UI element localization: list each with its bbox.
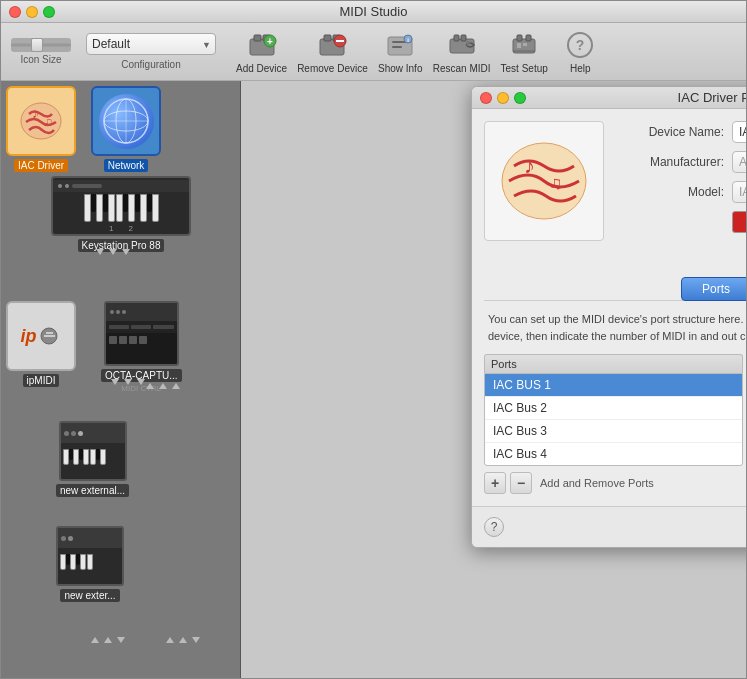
panel-close-button[interactable] — [480, 92, 492, 104]
device-name-row: Device Name: — [614, 121, 746, 143]
device-ipmidi[interactable]: ip ipMIDI — [6, 301, 76, 387]
rescan-midi-label: Rescan MIDI — [433, 63, 491, 74]
svg-rect-24 — [523, 43, 527, 46]
help-icon: ? — [564, 29, 596, 61]
svg-text:+: + — [267, 36, 273, 47]
port-item-4[interactable]: IAC Bus 4 — [485, 443, 742, 465]
add-device-icon: + — [246, 29, 278, 61]
svg-rect-12 — [392, 46, 402, 48]
panel-min-button[interactable] — [497, 92, 509, 104]
keystation-arrows — [96, 249, 130, 255]
info-section: ♪ ♫ Device Name: — [484, 121, 746, 241]
manufacturer-row: Manufacturer: Apple Inc. ▼ — [614, 151, 746, 173]
octa-arrows-up — [146, 383, 180, 389]
iac-driver-icon: ♪ ♫ — [6, 86, 76, 156]
svg-rect-21 — [526, 35, 531, 41]
icon-size-section: Icon Size — [11, 38, 71, 65]
svg-point-18 — [466, 41, 470, 45]
ports-list: IAC BUS 1 IAC Bus 2 IAC Bus 3 IAC Bus 4 — [484, 373, 743, 466]
device-name-input[interactable] — [732, 121, 746, 143]
ports-connectors-area: Ports IAC BUS 1 IAC Bus 2 IAC Bus 3 IAC … — [484, 354, 746, 494]
add-port-button[interactable]: + — [484, 472, 506, 494]
title-bar: MIDI Studio — [1, 1, 746, 23]
svg-text:♪: ♪ — [32, 105, 39, 121]
close-button[interactable] — [9, 6, 21, 18]
synth1-label: new external... — [56, 484, 129, 497]
manufacturer-select-wrap: Apple Inc. ▼ — [732, 151, 746, 173]
panel-footer: ? Revert Apply — [472, 506, 746, 547]
color-swatch[interactable] — [732, 211, 746, 233]
test-setup-icon — [508, 29, 540, 61]
device-iac-driver[interactable]: ♪ ♫ IAC Driver — [6, 86, 76, 172]
device-keystation[interactable]: 1 2 Keystation Pro 88 — [51, 176, 191, 252]
octa-arrows — [111, 379, 145, 385]
add-device-label: Add Device — [236, 63, 287, 74]
configuration-select[interactable]: Default — [86, 33, 216, 55]
configuration-section: Default ▼ Configuration — [86, 33, 216, 70]
svg-rect-1 — [254, 35, 261, 41]
rescan-midi-icon — [446, 29, 478, 61]
svg-rect-20 — [517, 35, 522, 41]
svg-text:?: ? — [576, 37, 585, 53]
configuration-select-container: Default ▼ — [86, 33, 216, 57]
ports-list-header: Ports — [484, 354, 743, 373]
synth1-icon — [59, 421, 127, 481]
test-setup-label: Test Setup — [501, 63, 548, 74]
device-network[interactable]: Network — [91, 86, 161, 172]
help-label: Help — [570, 63, 591, 74]
port-item-1[interactable]: IAC BUS 1 — [485, 374, 742, 397]
svg-text:♪: ♪ — [524, 153, 535, 178]
ports-toolbar: + − Add and Remove Ports — [484, 472, 743, 494]
show-info-tool[interactable]: i Show Info — [378, 29, 423, 74]
add-remove-ports-label: Add and Remove Ports — [540, 477, 654, 489]
panel-titlebar: IAC Driver Properties — [472, 87, 746, 109]
properties-panel: IAC Driver Properties — [471, 86, 746, 548]
synth2-icon — [56, 526, 124, 586]
port-item-3[interactable]: IAC Bus 3 — [485, 420, 742, 443]
main-window: MIDI Studio Icon Size Default ▼ Configur… — [0, 0, 747, 679]
rescan-midi-tool[interactable]: Rescan MIDI — [433, 29, 491, 74]
bottom-arrows2 — [166, 637, 200, 643]
remove-port-button[interactable]: − — [510, 472, 532, 494]
content-area: ♪ ♫ IAC Driver — [1, 81, 746, 678]
description-text: You can set up the MIDI device's port st… — [484, 311, 746, 344]
add-device-tool[interactable]: + Add Device — [236, 29, 287, 74]
help-tool[interactable]: ? Help — [558, 29, 603, 74]
network-label: Network — [104, 159, 149, 172]
maximize-button[interactable] — [43, 6, 55, 18]
model-select[interactable]: IAC Driver — [732, 181, 746, 203]
svg-rect-16 — [454, 35, 459, 41]
model-row: Model: IAC Driver ▼ — [614, 181, 746, 203]
show-info-label: Show Info — [378, 63, 422, 74]
window-title: MIDI Studio — [340, 4, 408, 19]
color-online-group: ✓ Device is online — [732, 211, 746, 233]
ports-tab-button[interactable]: Ports — [681, 277, 746, 301]
svg-rect-38 — [44, 335, 55, 337]
network-icon-wrap — [91, 86, 161, 156]
manufacturer-select[interactable]: Apple Inc. — [732, 151, 746, 173]
device-synth1[interactable]: new external... — [56, 421, 129, 497]
port-item-2[interactable]: IAC Bus 2 — [485, 397, 742, 420]
ports-tab-bar: Ports — [484, 277, 746, 301]
octa-icon — [104, 301, 179, 366]
remove-device-tool[interactable]: Remove Device — [297, 29, 368, 74]
toolbar: Icon Size Default ▼ Configuration + — [1, 23, 746, 81]
minimize-button[interactable] — [26, 6, 38, 18]
device-preview: ♪ ♫ — [484, 121, 604, 241]
device-synth2[interactable]: new exter... — [56, 526, 124, 602]
color-online-row: ✓ Device is online — [614, 211, 746, 233]
title-bar-buttons — [9, 6, 55, 18]
bottom-arrows — [91, 637, 125, 643]
ipmidi-icon: ip — [6, 301, 76, 371]
remove-device-icon — [316, 29, 348, 61]
svg-text:♫: ♫ — [44, 115, 53, 129]
help-button[interactable]: ? — [484, 517, 504, 537]
panel-title: IAC Driver Properties — [526, 90, 746, 105]
icon-size-slider[interactable] — [11, 38, 71, 52]
test-setup-tool[interactable]: Test Setup — [501, 29, 548, 74]
panel-max-button[interactable] — [514, 92, 526, 104]
ipmidi-label: ipMIDI — [23, 374, 60, 387]
fields-section: Device Name: Manufacturer: Apple Inc. — [614, 121, 746, 241]
icon-size-label: Icon Size — [20, 54, 61, 65]
right-area: IAC Driver Properties — [241, 81, 746, 678]
